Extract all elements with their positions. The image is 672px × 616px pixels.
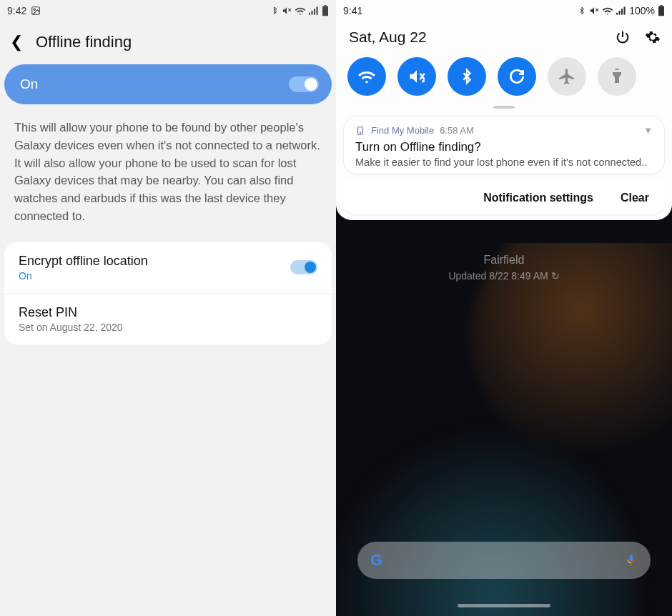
notification-panel: 9:41 100% Sat, Aug 22: [336, 0, 672, 220]
app-icon: [355, 126, 365, 136]
qs-flashlight[interactable]: [598, 57, 636, 96]
svg-rect-6: [314, 9, 315, 14]
notif-time: 6:58 AM: [440, 125, 474, 136]
svg-rect-4: [309, 13, 310, 15]
bluetooth-icon: [578, 6, 586, 16]
svg-rect-9: [324, 5, 326, 6]
notification-shade-pane: Fairfield Updated 8/22 8:49 AM ↻ 9:41 10…: [336, 0, 672, 616]
svg-rect-13: [619, 11, 621, 15]
qs-airplane[interactable]: [548, 57, 586, 96]
encrypt-state: On: [19, 270, 148, 282]
svg-rect-5: [312, 11, 313, 15]
qs-sync[interactable]: [498, 57, 536, 96]
svg-rect-16: [658, 6, 664, 16]
status-bar-left: 9:42: [0, 0, 336, 21]
notification-settings-button[interactable]: Notification settings: [483, 192, 593, 204]
master-toggle-row[interactable]: On: [4, 64, 332, 104]
google-logo: G: [370, 551, 382, 570]
settings-pane: 9:42 ❮ Offline finding On This will allo…: [0, 0, 336, 616]
svg-rect-8: [322, 6, 328, 16]
mute-icon: [282, 6, 292, 16]
battery-icon: [658, 5, 665, 16]
widget-location: Fairfield: [336, 252, 672, 269]
clear-button[interactable]: Clear: [621, 192, 649, 204]
nav-bar: [336, 595, 672, 616]
svg-rect-7: [317, 6, 318, 14]
encrypt-title: Encrypt offline location: [19, 254, 148, 269]
clock: 9:41: [343, 5, 362, 16]
clock: 9:42: [7, 5, 26, 16]
notif-action-bar: Notification settings Clear: [343, 182, 665, 214]
notification-card[interactable]: Find My Mobile 6:58 AM ▼ Turn on Offline…: [343, 116, 665, 174]
svg-rect-15: [624, 6, 626, 14]
svg-rect-14: [621, 9, 623, 14]
svg-point-19: [360, 132, 360, 133]
signal-icon: [616, 6, 626, 15]
back-button[interactable]: ❮: [10, 33, 23, 51]
reset-pin-sub: Set on August 22, 2020: [19, 322, 317, 333]
qs-bluetooth[interactable]: [448, 57, 486, 96]
gesture-handle[interactable]: [458, 604, 550, 607]
mute-icon: [589, 6, 599, 16]
description-text: This will allow your phone to be found b…: [0, 119, 336, 242]
gear-icon[interactable]: [645, 29, 661, 45]
master-toggle-switch[interactable]: [289, 76, 319, 92]
qs-mute[interactable]: [397, 57, 436, 96]
power-icon[interactable]: [615, 29, 631, 45]
page-header: ❮ Offline finding: [0, 21, 336, 64]
notif-body: Make it easier to find your lost phone e…: [355, 157, 653, 168]
weather-widget[interactable]: Fairfield Updated 8/22 8:49 AM ↻: [336, 252, 672, 284]
svg-rect-12: [616, 13, 618, 15]
svg-rect-17: [660, 5, 662, 6]
reset-pin-row[interactable]: Reset PIN Set on August 22, 2020: [4, 293, 332, 344]
settings-card: Encrypt offline location On Reset PIN Se…: [4, 242, 332, 344]
image-icon: [31, 6, 41, 16]
page-title: Offline finding: [36, 33, 132, 51]
notif-title: Turn on Offline finding?: [355, 140, 653, 154]
quick-settings-row: [336, 54, 672, 103]
battery-percent: 100%: [629, 5, 655, 16]
bluetooth-icon: [270, 6, 279, 16]
encrypt-toggle-switch[interactable]: [290, 260, 317, 274]
notif-app-name: Find My Mobile: [371, 125, 434, 136]
svg-point-1: [34, 9, 35, 10]
qs-wifi[interactable]: [347, 57, 386, 96]
shade-drag-handle[interactable]: [493, 106, 515, 109]
battery-icon: [322, 5, 329, 16]
google-search-bar[interactable]: G: [357, 542, 651, 579]
wifi-icon: [602, 6, 613, 15]
widget-updated: Updated 8/22 8:49 AM ↻: [336, 269, 672, 284]
shade-date: Sat, Aug 22: [349, 29, 427, 46]
reset-pin-title: Reset PIN: [19, 305, 317, 320]
encrypt-row[interactable]: Encrypt offline location On: [4, 242, 332, 293]
master-toggle-label: On: [20, 76, 38, 92]
status-bar-right: 9:41 100%: [336, 0, 672, 21]
signal-icon: [309, 6, 319, 15]
wifi-icon: [295, 6, 306, 15]
mic-icon[interactable]: [625, 554, 638, 567]
chevron-down-icon[interactable]: ▼: [643, 125, 653, 136]
shade-header: Sat, Aug 22: [336, 21, 672, 54]
